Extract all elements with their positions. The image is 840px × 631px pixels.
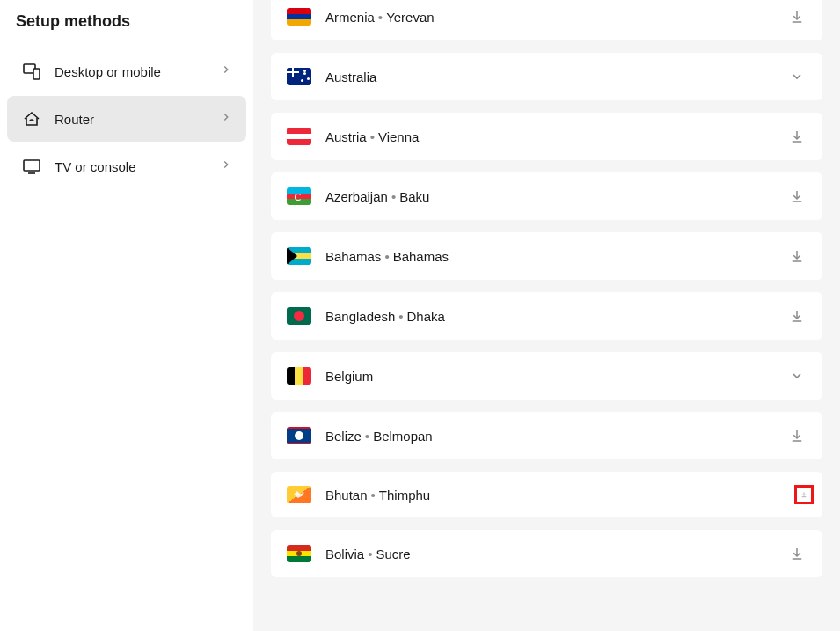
chevron-down-icon[interactable]: [787, 67, 807, 86]
svg-rect-2: [24, 160, 40, 171]
flag-bahamas-icon: [287, 247, 311, 265]
country-item-bahamas[interactable]: Bahamas•Bahamas: [271, 232, 822, 280]
flag-bhutan-icon: [287, 486, 311, 503]
country-label: Bangladesh•Dhaka: [325, 309, 773, 324]
sidebar-item-tv-console[interactable]: TV or console: [7, 143, 246, 189]
sidebar-item-desktop-mobile[interactable]: Desktop or mobile: [7, 48, 246, 94]
country-label: Bhutan•Thimphu: [325, 488, 787, 503]
download-icon[interactable]: [794, 485, 814, 504]
sidebar-title: Setup methods: [7, 9, 246, 47]
download-icon[interactable]: [787, 544, 807, 563]
country-label: Australia: [325, 70, 773, 84]
flag-bangladesh-icon: [287, 307, 311, 325]
download-icon[interactable]: [787, 246, 807, 266]
tv-icon: [21, 156, 42, 177]
country-item-australia[interactable]: Australia: [271, 53, 822, 100]
country-label: Austria•Vienna: [325, 129, 773, 144]
sidebar-item-label: TV or console: [55, 159, 208, 174]
country-item-belize[interactable]: Belize•Belmopan: [271, 412, 822, 459]
flag-belgium-icon: [287, 367, 311, 385]
country-item-belgium[interactable]: Belgium: [271, 352, 822, 400]
flag-australia-icon: [287, 68, 311, 85]
country-list: Armenia•YerevanAustraliaAustria•ViennaAz…: [271, 26, 822, 577]
flag-azerbaijan-icon: [287, 187, 311, 205]
chevron-right-icon: [220, 158, 232, 174]
sidebar: Setup methods Desktop or mobile Router: [0, 0, 253, 631]
sidebar-item-label: Router: [55, 112, 208, 127]
router-icon: [21, 108, 42, 129]
svg-rect-1: [33, 69, 40, 79]
country-label: Azerbaijan•Baku: [325, 189, 773, 204]
sidebar-item-router[interactable]: Router: [7, 96, 246, 142]
main-content: Armenia•YerevanAustraliaAustria•ViennaAz…: [253, 0, 840, 631]
flag-belize-icon: [287, 427, 311, 444]
sidebar-item-label: Desktop or mobile: [55, 64, 208, 79]
country-label: Belize•Belmopan: [325, 429, 773, 444]
download-icon[interactable]: [787, 7, 807, 26]
country-label: Armenia•Yerevan: [325, 10, 773, 25]
country-item-azerbaijan[interactable]: Azerbaijan•Baku: [271, 172, 822, 220]
flag-armenia-icon: [287, 8, 311, 26]
devices-icon: [21, 61, 42, 82]
flag-bolivia-icon: [287, 545, 311, 562]
country-label: Belgium: [325, 369, 773, 384]
country-label: Bolivia•Sucre: [325, 547, 773, 561]
country-item-bhutan[interactable]: Bhutan•Thimphu: [271, 472, 822, 517]
chevron-right-icon: [220, 111, 232, 127]
flag-austria-icon: [287, 128, 311, 145]
country-label: Bahamas•Bahamas: [325, 249, 773, 264]
download-icon[interactable]: [787, 306, 807, 326]
download-icon[interactable]: [787, 426, 807, 445]
country-item-bangladesh[interactable]: Bangladesh•Dhaka: [271, 292, 822, 340]
chevron-right-icon: [220, 63, 232, 79]
country-item-austria[interactable]: Austria•Vienna: [271, 113, 822, 160]
chevron-down-icon[interactable]: [787, 366, 807, 385]
download-icon[interactable]: [787, 187, 807, 206]
download-icon[interactable]: [787, 127, 807, 146]
country-item-bolivia[interactable]: Bolivia•Sucre: [271, 530, 822, 577]
country-item-armenia[interactable]: Armenia•Yerevan: [271, 0, 822, 40]
